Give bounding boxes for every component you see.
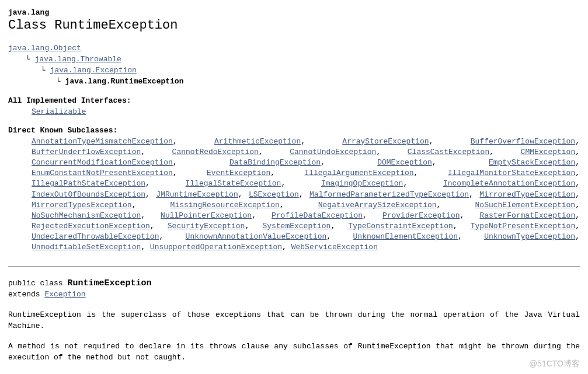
inheritance-tree: java.lang.Object└ java.lang.Throwable└ j… [8, 43, 580, 87]
subclass-link[interactable]: EventException [207, 169, 270, 177]
subclass-link[interactable]: CMMException [521, 148, 576, 156]
subclass-link[interactable]: WebServiceException [291, 243, 378, 251]
subclass-link[interactable]: IllegalMonitorStateException [448, 169, 575, 177]
subclass-link[interactable]: NoSuchMechanismException [32, 211, 141, 220]
subclass-link[interactable]: ProfileDataException [272, 211, 363, 220]
sig-public-class: public class [8, 279, 67, 288]
subclass-link[interactable]: ClassCastException [408, 148, 489, 156]
subclass-link[interactable]: MirroredTypeException [479, 190, 575, 199]
watermark: @51CTO博客 [529, 359, 580, 369]
subclass-link[interactable]: NoSuchElementException [475, 201, 576, 209]
subclass-link[interactable]: EnumConstantNotPresentException [32, 169, 173, 177]
subclass-link[interactable]: UnknownElementException [353, 232, 458, 241]
subclass-link[interactable]: IndexOutOfBoundsException [32, 190, 145, 199]
subclass-link[interactable]: BufferUnderflowException [32, 148, 141, 156]
inheritance-level: └ java.lang.RuntimeException [8, 76, 580, 88]
subclass-link[interactable]: IllegalPathStateException [32, 179, 145, 188]
subclass-link[interactable]: UnknownTypeException [484, 232, 575, 241]
subclass-link[interactable]: UnsupportedOperationException [150, 243, 282, 251]
subclass-link[interactable]: MirroredTypesException [32, 201, 132, 209]
inheritance-level: └ java.lang.Exception [8, 65, 580, 76]
subclass-link[interactable]: ArithmeticException [214, 137, 301, 146]
subclass-link[interactable]: UnmodifiableSetException [32, 243, 141, 251]
subclass-link[interactable]: EmptyStackException [489, 158, 575, 167]
subclass-link[interactable]: BufferOverflowException [471, 137, 575, 146]
implemented-interfaces-label: All Implemented Interfaces: [8, 96, 580, 105]
subclass-link[interactable]: TypeNotPresentException [471, 222, 575, 230]
subclass-link[interactable]: TypeConstraintException [348, 222, 453, 230]
package-label: java.lang [8, 8, 580, 17]
desc-code: RuntimeException [8, 310, 81, 319]
desc-text: A method is not required to declare in i… [8, 342, 209, 351]
subclass-link[interactable]: JMRuntimeException [156, 190, 238, 199]
direct-subclasses-label: Direct Known Subclasses: [8, 126, 580, 135]
description-1: RuntimeException is the superclass of th… [8, 310, 580, 332]
subclass-link[interactable]: MalformedParameterizedTypeException [309, 190, 469, 199]
desc-text: is the superclass of those exceptions th… [8, 310, 580, 330]
inheritance-link[interactable]: java.lang.Throwable [35, 55, 121, 64]
sig-class-name: RuntimeException [67, 278, 151, 288]
description-2: A method is not required to declare in i… [8, 341, 580, 363]
sig-superclass-link[interactable]: Exception [44, 290, 85, 299]
subclass-link[interactable]: IncompleteAnnotationException [443, 179, 575, 188]
subclass-link[interactable]: ProviderException [382, 211, 460, 220]
subclass-link[interactable]: MissingResourceException [171, 201, 280, 209]
class-title: Class RuntimeException [8, 18, 580, 33]
subclass-link[interactable]: SystemException [262, 222, 330, 230]
desc-text: clause any subclasses of [236, 342, 358, 351]
sig-extends: extends [8, 290, 44, 299]
subclass-link[interactable]: IllegalStateException [186, 179, 281, 188]
subclass-link[interactable]: NegativeArraySizeException [318, 201, 437, 209]
subclass-link[interactable]: ConcurrentModificationException [32, 158, 173, 167]
subclass-link[interactable]: UndeclaredThrowableException [32, 232, 159, 241]
subclass-link[interactable]: ImagingOpException [321, 179, 403, 188]
subclass-link[interactable]: DataBindingException [229, 158, 321, 167]
direct-subclasses: AnnotationTypeMismatchException, Arithme… [32, 137, 580, 253]
subclass-link[interactable]: CannotUndoException [290, 148, 376, 156]
subclass-link[interactable]: AnnotationTypeMismatchException [32, 137, 173, 146]
subclass-link[interactable]: RasterFormatException [479, 211, 575, 220]
inheritance-level: java.lang.Object [8, 43, 580, 54]
inheritance-level: └ java.lang.Throwable [8, 54, 580, 65]
interface-link[interactable]: Serializable [32, 107, 86, 116]
subclass-link[interactable]: UnknownAnnotationValueException [186, 232, 327, 241]
subclass-link[interactable]: RejectedExecutionException [32, 222, 150, 230]
subclass-link[interactable]: CannotRedoException [172, 148, 259, 156]
class-signature: public class RuntimeException extends Ex… [8, 277, 580, 301]
subclass-link[interactable]: ArrayStoreException [342, 137, 429, 146]
desc-code: RuntimeException [358, 342, 431, 351]
subclass-link[interactable]: DOMException [377, 158, 432, 167]
subclass-link[interactable]: LSException [249, 190, 299, 199]
subclass-link[interactable]: SecurityException [168, 222, 245, 230]
inheritance-link[interactable]: java.lang.Exception [50, 66, 137, 75]
inheritance-link[interactable]: java.lang.Object [8, 44, 81, 53]
subclass-link[interactable]: NullPointerException [161, 211, 252, 220]
desc-code: throws [209, 342, 236, 351]
inheritance-current: java.lang.RuntimeException [65, 77, 184, 86]
separator [8, 266, 580, 267]
implemented-interfaces: Serializable [32, 107, 580, 117]
subclass-link[interactable]: IllegalArgumentException [304, 169, 413, 177]
